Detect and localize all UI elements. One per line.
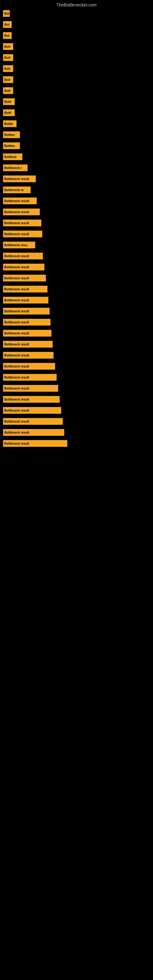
bar-label: Bott: [4, 67, 10, 70]
bar-item: Bottleneck result: [3, 330, 51, 337]
bar-row: Bottleneck result: [3, 329, 150, 337]
bar-row: Bott: [3, 42, 150, 51]
bar-row: Bot: [3, 31, 150, 40]
bar-label: Bottleneck r: [4, 166, 22, 170]
bar-item: Bottl: [3, 98, 15, 105]
bar-row: Bottleneck result: [3, 406, 150, 415]
bar-row: Bottleneck result: [3, 373, 150, 382]
bar-row: Bott: [3, 75, 150, 84]
bar-item: Bottleneck result: [3, 208, 40, 215]
bar-label: Bottleneck re: [4, 188, 24, 192]
bar-item: Bot: [3, 32, 12, 39]
bar-label: Bottleneck result: [4, 442, 29, 445]
bar-row: Bottleneck result: [3, 384, 150, 393]
bar-row: Bot: [3, 9, 150, 18]
bar-row: Bott: [3, 53, 150, 62]
bar-label: Bottl: [4, 100, 11, 103]
bar-label: Bott: [4, 89, 10, 92]
bar-item: Bottleneck result: [3, 297, 48, 304]
bar-label: Bot: [4, 23, 10, 26]
bar-row: Bottleneck result: [3, 252, 150, 260]
bar-row: Bottleneck result: [3, 285, 150, 293]
bar-row: Bottleneck result: [3, 274, 150, 282]
bar-item: Bottleneck result: [3, 363, 55, 370]
bar-row: Bottle: [3, 119, 150, 128]
bar-row: Bottlen: [3, 142, 150, 150]
bar-label: Bottleneck result: [4, 210, 29, 214]
bar-row: Bottleneck result: [3, 351, 150, 360]
bar-item: Bottleneck result: [3, 308, 49, 315]
bar-item: Bottleneck result: [3, 175, 36, 182]
bar-item: Bottleneck result: [3, 197, 37, 204]
bar-row: Bottleneck result: [3, 307, 150, 315]
bar-label: Bott: [4, 45, 10, 48]
bar-label: Bottleneck result: [4, 277, 29, 280]
bar-row: Bottl: [3, 97, 150, 106]
bar-row: Bottleneck result: [3, 230, 150, 238]
bar-item: Bottlene: [3, 153, 22, 160]
bar-label: Bott: [4, 56, 10, 59]
site-title: TheBottlenecker.com: [0, 0, 153, 9]
bar-item: Bottle: [3, 120, 16, 127]
bar-label: Bottleneck result: [4, 199, 29, 203]
bar-label: Bottleneck result: [4, 354, 29, 357]
bar-item: Bottleneck result: [3, 286, 48, 293]
bar-item: Bottleneck result: [3, 385, 58, 392]
bar-label: Bottleneck result: [4, 177, 29, 181]
bar-row: Bottleneck result: [3, 428, 150, 437]
bar-row: Bottleneck result: [3, 417, 150, 426]
bar-label: Bottleneck result: [4, 321, 29, 324]
bar-row: Bottleneck result: [3, 318, 150, 326]
bar-label: Bottl: [4, 111, 11, 115]
bar-row: Bottleneck re: [3, 186, 150, 194]
bar-row: Bottleneck result: [3, 340, 150, 348]
bar-label: Bottleneck result: [4, 431, 29, 434]
bar-label: Bottlen: [4, 133, 15, 137]
bar-row: Bot: [3, 20, 150, 29]
bar-item: Bottleneck result: [3, 275, 46, 282]
bar-item: Bottleneck result: [3, 352, 54, 359]
bar-label: Bot: [4, 12, 10, 15]
bar-item: Bottleneck result: [3, 374, 57, 381]
bar-label: Bottle: [4, 122, 13, 126]
bar-row: Bottleneck r: [3, 164, 150, 172]
bar-row: Bottleneck result: [3, 395, 150, 404]
bar-label: Bottleneck result: [4, 299, 29, 302]
bar-row: Bottleneck result: [3, 362, 150, 371]
bar-label: Bottleneck result: [4, 255, 29, 258]
bar-row: Bottlene: [3, 153, 150, 161]
bar-label: Bottleneck result: [4, 221, 29, 225]
bar-item: Bottleneck result: [3, 253, 43, 259]
bar-label: Bottleneck result: [4, 398, 29, 401]
bars-container: BotBotBotBottBottBottBottBottBottlBottlB…: [0, 9, 153, 450]
bar-item: Bottlen: [3, 131, 20, 138]
bar-label: Bottleneck result: [4, 266, 29, 269]
bar-item: Bottleneck result: [3, 418, 63, 425]
bar-row: Bott: [3, 64, 150, 73]
bar-label: Bottleneck result: [4, 387, 29, 390]
bar-row: Bottleneck result: [3, 263, 150, 271]
bar-item: Bott: [3, 54, 13, 61]
bar-item: Bott: [3, 76, 13, 83]
bar-item: Bott: [3, 43, 13, 50]
bar-label: Bottleneck resu: [4, 243, 27, 247]
bar-label: Bottleneck result: [4, 288, 29, 291]
bar-row: Bottleneck resu: [3, 241, 150, 249]
bar-item: Bottleneck result: [3, 231, 42, 237]
bar-item: Bot: [3, 10, 10, 17]
bar-row: Bottleneck result: [3, 296, 150, 304]
bar-label: Bottleneck result: [4, 343, 29, 346]
bar-item: Bottleneck result: [3, 264, 45, 270]
bar-row: Bottleneck result: [3, 175, 150, 183]
bar-item: Bott: [3, 87, 13, 94]
bar-label: Bottleneck result: [4, 376, 29, 379]
bar-row: Bottleneck result: [3, 208, 150, 216]
bar-label: Bottleneck result: [4, 232, 29, 236]
bar-item: Bott: [3, 65, 13, 72]
bar-item: Bottleneck result: [3, 396, 60, 403]
bar-item: Bottleneck result: [3, 440, 67, 447]
bar-item: Bottleneck result: [3, 341, 53, 348]
bar-item: Bottleneck result: [3, 429, 64, 436]
bar-item: Bottleneck result: [3, 319, 51, 326]
bar-label: Bottlene: [4, 155, 16, 159]
